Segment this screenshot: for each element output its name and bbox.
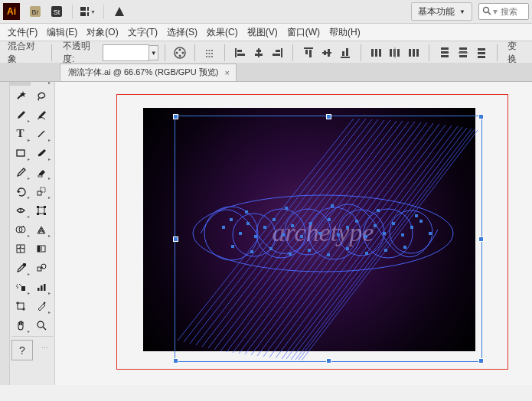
- chevron-down-icon: ▼: [459, 8, 465, 15]
- search-input[interactable]: [499, 6, 525, 17]
- svg-rect-38: [379, 49, 381, 57]
- svg-point-14: [179, 55, 181, 57]
- svg-rect-63: [38, 207, 44, 214]
- perspective-grid-tool[interactable]: ▸: [31, 220, 51, 239]
- paintbrush-tool[interactable]: ▸: [31, 143, 51, 162]
- menu-select[interactable]: 选择(S): [162, 26, 202, 39]
- align-hcenter-icon[interactable]: [250, 45, 267, 60]
- svg-rect-47: [441, 51, 449, 54]
- divider: [224, 44, 225, 61]
- svg-rect-51: [459, 55, 467, 57]
- distribute-vcenter-icon[interactable]: [455, 45, 472, 60]
- svg-rect-5: [87, 7, 89, 11]
- close-tab-icon[interactable]: ×: [224, 68, 229, 77]
- svg-rect-41: [397, 49, 400, 57]
- stock-icon[interactable]: St: [49, 4, 64, 19]
- svg-point-88: [38, 321, 44, 328]
- menu-file[interactable]: 文件(F): [3, 26, 42, 39]
- lasso-tool[interactable]: [31, 86, 51, 105]
- svg-rect-22: [256, 50, 261, 52]
- hand-tool[interactable]: ▸: [10, 315, 31, 334]
- distribute-vbottom-icon[interactable]: [473, 45, 490, 60]
- menu-edit[interactable]: 编辑(E): [42, 26, 82, 39]
- svg-rect-58: [17, 150, 24, 156]
- svg-rect-4: [80, 7, 86, 11]
- svg-rect-45: [416, 49, 419, 57]
- svg-rect-43: [409, 49, 411, 57]
- shaper-tool[interactable]: ▸: [10, 162, 31, 181]
- gpu-performance-icon[interactable]: [112, 4, 127, 19]
- curvature-tool[interactable]: [31, 105, 51, 124]
- svg-rect-39: [390, 49, 392, 57]
- align-options-icon[interactable]: [203, 45, 217, 60]
- svg-rect-75: [38, 267, 41, 271]
- app-logo-text: Ai: [7, 6, 16, 17]
- align-right-icon[interactable]: [269, 45, 286, 60]
- svg-rect-29: [309, 50, 312, 57]
- blend-tool[interactable]: [31, 258, 51, 277]
- align-vcenter-icon[interactable]: [318, 45, 335, 60]
- workspace-switcher[interactable]: 基本功能 ▼: [411, 2, 472, 21]
- align-bottom-icon[interactable]: [337, 45, 354, 60]
- bridge-icon[interactable]: Br: [28, 4, 43, 19]
- svg-rect-28: [305, 50, 308, 54]
- pen-tool[interactable]: ▸: [10, 105, 31, 124]
- distribute-hleft-icon[interactable]: [368, 45, 385, 60]
- help-tool[interactable]: ?: [11, 340, 33, 360]
- tool-panel-rail[interactable]: ▸▸: [0, 65, 10, 385]
- selection-bounding-box[interactable]: [175, 116, 482, 362]
- rectangle-tool[interactable]: ▸: [10, 143, 31, 162]
- symbol-sprayer-tool[interactable]: ▸: [10, 277, 31, 296]
- search-box[interactable]: ▾: [478, 3, 529, 20]
- distribute-hcenter-icon[interactable]: [387, 45, 403, 60]
- eyedropper-tool[interactable]: ▸: [10, 258, 31, 277]
- menu-help[interactable]: 帮助(H): [325, 26, 365, 39]
- shape-builder-tool[interactable]: ▸: [10, 220, 31, 239]
- gradient-tool[interactable]: [31, 239, 51, 258]
- slice-tool[interactable]: ▸: [31, 296, 51, 315]
- free-transform-tool[interactable]: [31, 200, 51, 220]
- width-tool[interactable]: ▸: [10, 200, 31, 220]
- type-tool[interactable]: T▸: [10, 124, 31, 143]
- menu-window[interactable]: 窗口(W): [282, 26, 325, 39]
- svg-rect-64: [37, 206, 39, 208]
- menu-effect[interactable]: 效果(C): [202, 26, 243, 39]
- toolbox-options[interactable]: ⋯: [34, 338, 54, 357]
- divider: [361, 44, 361, 61]
- rotate-tool[interactable]: ▸: [10, 181, 31, 200]
- svg-rect-55: [478, 56, 485, 58]
- canvas-area[interactable]: archetype: [55, 65, 532, 385]
- magic-wand-tool[interactable]: [10, 86, 31, 105]
- svg-rect-44: [413, 49, 415, 57]
- svg-rect-34: [342, 51, 344, 56]
- distribute-vtop-icon[interactable]: [436, 45, 453, 60]
- artboard-tool[interactable]: [10, 296, 31, 315]
- align-top-icon[interactable]: [300, 45, 317, 60]
- menu-object[interactable]: 对象(O): [82, 26, 122, 39]
- transform-label[interactable]: 变换: [503, 40, 529, 66]
- svg-line-9: [488, 12, 491, 15]
- divider: [429, 44, 429, 61]
- eraser-tool[interactable]: ▸: [31, 162, 51, 181]
- search-icon: [482, 6, 491, 18]
- distribute-hright-icon[interactable]: [405, 45, 422, 60]
- column-graph-tool[interactable]: ▸: [31, 277, 51, 296]
- menu-view[interactable]: 视图(V): [243, 26, 282, 39]
- opacity-dropdown[interactable]: ▼: [149, 45, 158, 60]
- recolor-artwork-icon[interactable]: [173, 45, 187, 60]
- document-tab[interactable]: 潮流字体.ai @ 66.67% (RGB/GPU 预览) ×: [60, 64, 237, 81]
- menu-type[interactable]: 文字(T): [123, 26, 162, 39]
- line-segment-tool[interactable]: ▸: [31, 124, 51, 143]
- arrange-documents-icon[interactable]: ▼: [80, 4, 96, 19]
- align-left-icon[interactable]: [232, 45, 249, 60]
- svg-rect-46: [441, 47, 449, 50]
- svg-rect-6: [80, 12, 86, 16]
- opacity-input[interactable]: [103, 44, 149, 61]
- zoom-tool[interactable]: [31, 315, 51, 334]
- svg-line-87: [44, 302, 45, 304]
- scale-tool[interactable]: ▸: [31, 181, 51, 200]
- svg-rect-79: [38, 288, 40, 291]
- workspace-label: 基本功能: [418, 5, 455, 18]
- mesh-tool[interactable]: [10, 239, 31, 258]
- divider: [497, 44, 498, 61]
